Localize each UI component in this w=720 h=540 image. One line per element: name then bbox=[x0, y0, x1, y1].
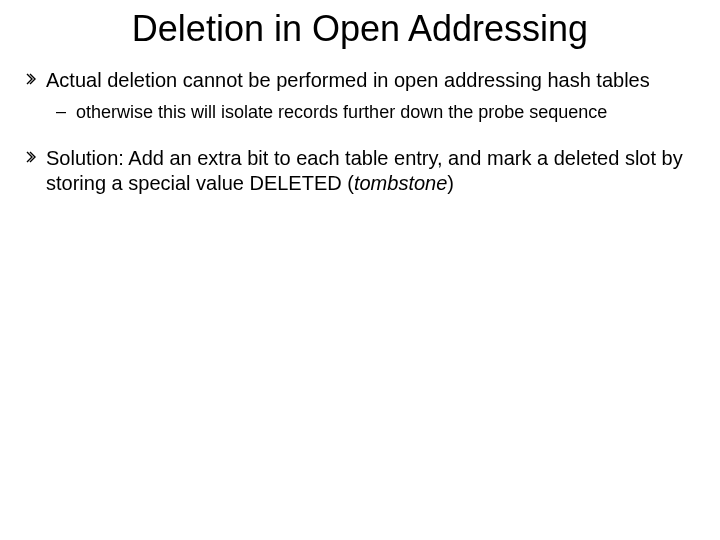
bullet-text-italic: tombstone bbox=[354, 172, 447, 194]
bullet-text: Solution: Add an extra bit to each table… bbox=[46, 146, 700, 196]
bullet-marker-icon bbox=[26, 151, 40, 163]
slide-title: Deletion in Open Addressing bbox=[20, 8, 700, 50]
sub-bullet-text: otherwise this will isolate records furt… bbox=[76, 101, 607, 124]
bullet-text-post: ) bbox=[447, 172, 454, 194]
sub-bullet-marker: – bbox=[56, 101, 66, 123]
bullet-text: Actual deletion cannot be performed in o… bbox=[46, 68, 650, 93]
bullet-item: Solution: Add an extra bit to each table… bbox=[20, 146, 700, 196]
sub-bullet-item: – otherwise this will isolate records fu… bbox=[20, 101, 700, 124]
bullet-marker-icon bbox=[26, 73, 40, 85]
bullet-item: Actual deletion cannot be performed in o… bbox=[20, 68, 700, 93]
slide: Deletion in Open Addressing Actual delet… bbox=[0, 0, 720, 540]
